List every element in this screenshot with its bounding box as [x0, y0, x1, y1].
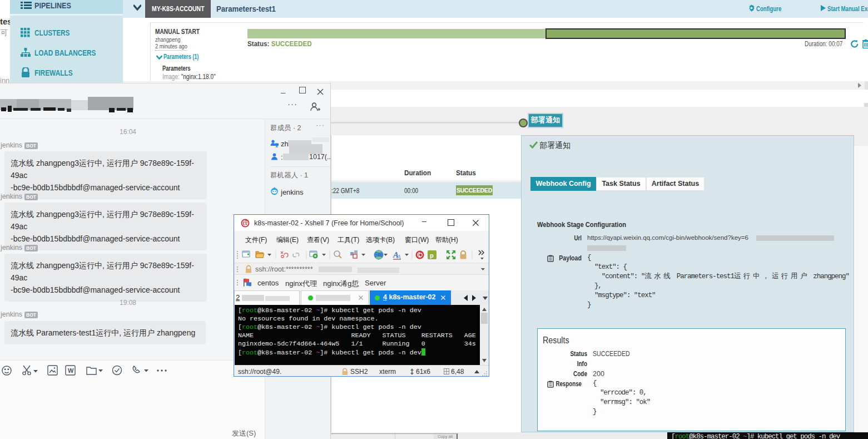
- svg-text:p: p: [430, 252, 434, 259]
- svg-text:A: A: [396, 253, 401, 260]
- svg-text:W: W: [68, 367, 74, 374]
